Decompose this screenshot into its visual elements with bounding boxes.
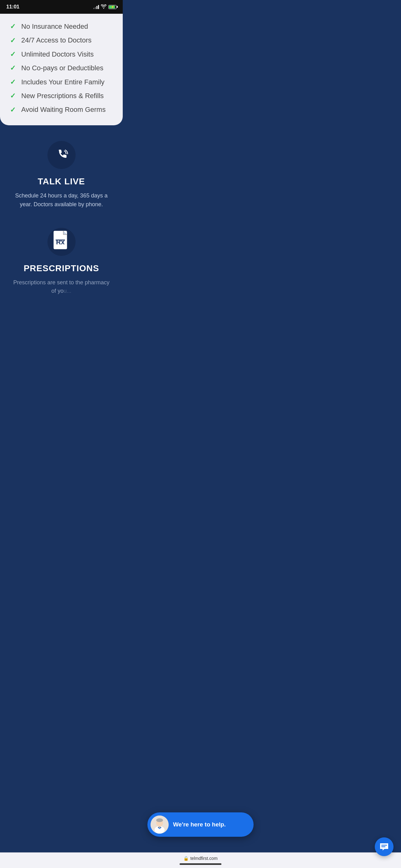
check-icon: ✓	[10, 51, 15, 58]
check-icon: ✓	[10, 65, 15, 71]
feature-text: New Prescriptions & Refills	[21, 92, 104, 100]
feature-access-doctors: ✓ 24/7 Access to Doctors	[10, 36, 113, 44]
feature-text: 24/7 Access to Doctors	[21, 36, 92, 44]
prescriptions-title: PRESCRIPTIONS	[24, 264, 99, 273]
check-icon: ✓	[10, 92, 15, 99]
prescriptions-description: Prescriptions are sent to the pharmacy o…	[11, 278, 111, 296]
rx-icon: Rx	[47, 228, 75, 256]
signal-icon	[93, 5, 99, 9]
feature-no-copays: ✓ No Co-pays or Deductibles	[10, 64, 113, 72]
feature-text: Includes Your Entire Family	[21, 78, 105, 86]
check-icon: ✓	[10, 106, 15, 114]
talk-live-section: TALK LIVE Schedule 24 hours a day, 365 d…	[0, 125, 123, 308]
feature-no-insurance: ✓ No Insurance Needed	[10, 23, 113, 31]
phone-icon	[54, 148, 69, 162]
check-icon: ✓	[10, 23, 15, 30]
feature-unlimited-visits: ✓ Unlimited Doctors Visits	[10, 50, 113, 58]
feature-avoid-germs: ✓ Avoid Waiting Room Germs	[10, 105, 113, 114]
talk-live-description: Schedule 24 hours a day, 365 days a year…	[11, 191, 111, 209]
check-icon: ✓	[10, 37, 15, 44]
svg-text:Rx: Rx	[56, 238, 65, 246]
status-time: 11:01	[6, 4, 20, 10]
status-icons: ⚡	[93, 4, 116, 10]
check-icon: ✓	[10, 79, 15, 86]
wifi-icon	[101, 4, 106, 10]
feature-text: Avoid Waiting Room Germs	[21, 105, 106, 114]
phone-icon-circle	[47, 141, 75, 169]
battery-icon: ⚡	[108, 5, 116, 9]
rx-icon-circle: Rx	[47, 228, 75, 256]
status-bar: 11:01 ⚡	[0, 0, 123, 14]
feature-text: Unlimited Doctors Visits	[21, 50, 94, 58]
feature-text: No Insurance Needed	[21, 23, 88, 31]
feature-prescriptions: ✓ New Prescriptions & Refills	[10, 92, 113, 100]
feature-entire-family: ✓ Includes Your Entire Family	[10, 78, 113, 86]
feature-text: No Co-pays or Deductibles	[21, 64, 103, 72]
features-card: ✓ No Insurance Needed ✓ 24/7 Access to D…	[0, 14, 123, 125]
talk-live-title: TALK LIVE	[38, 177, 85, 187]
